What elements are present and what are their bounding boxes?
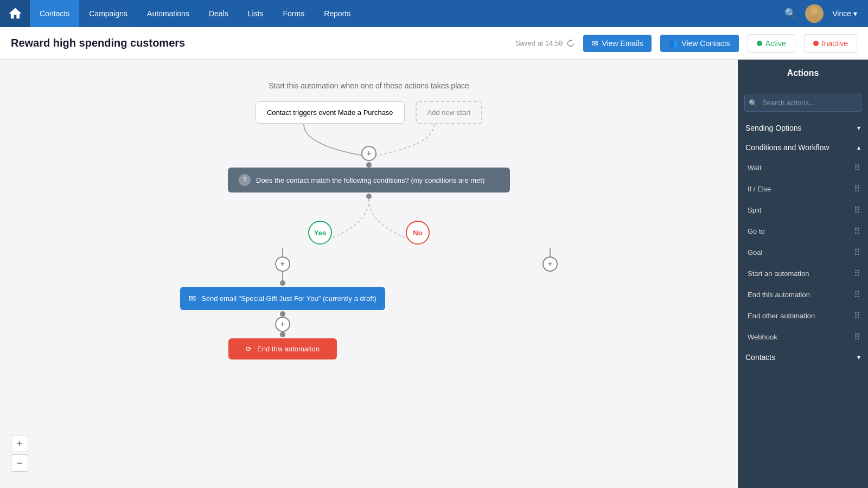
yes-dot — [280, 280, 285, 286]
drag-icon: ⠿ — [854, 184, 860, 194]
drag-icon: ⠿ — [854, 268, 860, 279]
merge-area: + — [206, 124, 532, 162]
action-start-automation[interactable]: Start an automation ⠿ — [738, 263, 868, 284]
nav-right: 🔍 Vince ▾ — [784, 4, 868, 23]
nav-campaigns[interactable]: Campaigns — [79, 0, 137, 27]
action-split[interactable]: Split ⠿ — [738, 200, 868, 221]
yes-connector-1 — [282, 248, 283, 256]
main-layout: Start this automation when one of these … — [0, 60, 868, 488]
chevron-down-icon-contacts: ▾ — [857, 354, 860, 361]
toolbar: Reward high spending customers Saved at … — [0, 27, 868, 60]
action-go-to[interactable]: Go to ⠿ — [738, 221, 868, 242]
yes-add-button[interactable]: + — [275, 256, 290, 272]
drag-icon: ⠿ — [854, 163, 860, 173]
nav-automations[interactable]: Automations — [137, 0, 199, 27]
branch-lines-area: Yes No — [260, 199, 477, 248]
conditions-items: Wait ⠿ If / Else ⠿ Split ⠿ Go to ⠿ Goal … — [738, 157, 868, 348]
send-email-box[interactable]: ✉ Send email "Special Gift Just For You"… — [180, 287, 385, 310]
active-dot — [757, 41, 762, 46]
drag-icon: ⠿ — [854, 290, 860, 300]
action-webhook[interactable]: Webhook ⠿ — [738, 326, 868, 348]
zoom-in-button[interactable]: + — [11, 435, 28, 452]
avatar — [805, 4, 824, 23]
search-input[interactable] — [744, 94, 861, 112]
flow-header: Start this automation when one of these … — [269, 81, 469, 90]
home-button[interactable] — [0, 0, 30, 27]
saved-status: Saved at 14:58 — [515, 39, 575, 48]
condition-icon: ? — [239, 174, 251, 186]
yes-connector-2 — [282, 272, 283, 280]
action-end-this-automation[interactable]: End this automation ⠿ — [738, 284, 868, 305]
section-conditions-workflow[interactable]: Conditions and Workflow ▴ — [738, 138, 868, 157]
inactive-dot — [813, 41, 819, 46]
chevron-down-icon: ▾ — [857, 124, 860, 132]
drag-icon: ⠿ — [854, 247, 860, 258]
active-button[interactable]: Active — [748, 34, 795, 53]
zoom-out-button[interactable]: − — [11, 454, 28, 472]
action-goal[interactable]: Goal ⠿ — [738, 242, 868, 263]
actions-sidebar: Actions 🔍 Sending Options ▾ Conditions a… — [738, 60, 868, 488]
view-emails-button[interactable]: ✉ View Emails — [583, 35, 652, 52]
automation-canvas[interactable]: Start this automation when one of these … — [0, 60, 738, 488]
nav-forms[interactable]: Forms — [273, 0, 315, 27]
below-email-add[interactable]: + — [275, 317, 290, 332]
drag-icon: ⠿ — [854, 226, 860, 236]
inactive-button[interactable]: Inactive — [804, 34, 857, 53]
home-icon — [8, 6, 23, 21]
search-icon: 🔍 — [749, 99, 757, 107]
svg-point-0 — [810, 7, 818, 15]
trigger-row: Contact triggers event Made a Purchase A… — [256, 101, 482, 124]
no-add-button[interactable]: + — [542, 256, 558, 272]
nav-contacts[interactable]: Contacts — [30, 0, 79, 27]
yes-side: + ✉ Send email "Special Gift Just For Yo… — [180, 248, 385, 359]
search-icon[interactable]: 🔍 — [784, 8, 796, 20]
end-dot — [280, 332, 285, 337]
email-icon: ✉ — [189, 293, 196, 304]
add-step-button[interactable]: + — [361, 146, 376, 161]
svg-point-1 — [808, 15, 821, 23]
view-contacts-button[interactable]: 👥 View Contacts — [660, 35, 738, 52]
end-icon: ⟳ — [246, 345, 252, 353]
search-box: 🔍 — [744, 94, 861, 112]
automation-flow: Start this automation when one of these … — [16, 76, 722, 455]
user-menu[interactable]: Vince ▾ — [832, 9, 857, 18]
send-dot — [280, 311, 285, 317]
section-sending-options[interactable]: Sending Options ▾ — [738, 118, 868, 138]
nav-lists[interactable]: Lists — [238, 0, 273, 27]
action-end-other-automation[interactable]: End other automation ⠿ — [738, 305, 868, 326]
drag-icon: ⠿ — [854, 205, 860, 215]
zoom-controls: + − — [11, 435, 28, 472]
connector-dot-1 — [366, 162, 372, 168]
no-connector — [550, 248, 551, 256]
branch-content: + ✉ Send email "Special Gift Just For Yo… — [180, 248, 558, 359]
branch-svg — [260, 199, 477, 248]
add-new-start-box[interactable]: Add new start — [416, 101, 483, 124]
nav-deals[interactable]: Deals — [199, 0, 238, 27]
end-automation-box[interactable]: ⟳ End this automation — [228, 338, 337, 359]
navigation: Contacts Campaigns Automations Deals Lis… — [0, 0, 868, 27]
nav-reports[interactable]: Reports — [314, 0, 360, 27]
no-side: + — [542, 248, 558, 272]
connector-dot-2 — [366, 194, 372, 199]
drag-icon: ⠿ — [854, 332, 860, 342]
trigger-event-box[interactable]: Contact triggers event Made a Purchase — [256, 101, 405, 124]
action-if-else[interactable]: If / Else ⠿ — [738, 178, 868, 200]
section-contacts[interactable]: Contacts ▾ — [738, 348, 868, 367]
drag-icon: ⠿ — [854, 311, 860, 321]
history-icon — [566, 39, 575, 48]
chevron-up-icon: ▴ — [857, 144, 860, 151]
page-title: Reward high spending customers — [11, 37, 507, 49]
yes-branch[interactable]: Yes — [308, 221, 332, 245]
condition-box[interactable]: ? Does the contact match the following c… — [228, 168, 510, 192]
no-branch[interactable]: No — [406, 221, 430, 245]
sidebar-title: Actions — [738, 60, 868, 87]
action-wait[interactable]: Wait ⠿ — [738, 157, 868, 178]
